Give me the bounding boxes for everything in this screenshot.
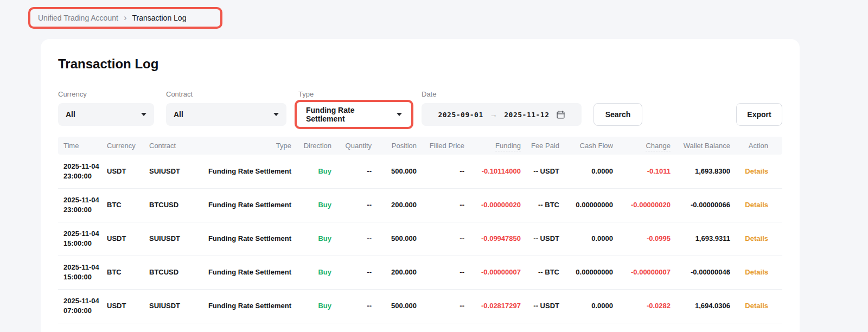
type-select-value: Funding Rate Settlement [306, 106, 391, 123]
cell-cash_flow: 0.0000 [559, 289, 613, 323]
table-row: 2025-11-0423:00:00USDTSUIUSDTFunding Rat… [58, 155, 782, 188]
col-header-wallet_balance: Wallet Balance [671, 137, 730, 155]
cell-fee_paid: -- USDT [521, 222, 559, 256]
cell-direction: Buy [291, 155, 331, 188]
cell-cash_flow: 0.0000 [559, 155, 613, 188]
col-header-quantity: Quantity [331, 137, 372, 155]
col-header-action: Action [730, 137, 782, 155]
cell-position: 500.000 [372, 155, 417, 188]
transaction-log-card: Transaction Log Currency All Contract Al… [41, 39, 800, 332]
cell-filled_price: -- [417, 256, 464, 289]
cell-contract: SUIUSDT [149, 289, 203, 323]
filter-bar: Currency All Contract All Type Funding R… [58, 90, 782, 126]
currency-filter-label: Currency [58, 90, 154, 99]
cell-action: Details [730, 289, 782, 323]
cell-currency: USDT [107, 155, 149, 188]
cell-funding: -0.09947850 [464, 222, 521, 256]
cell-currency: USDT [107, 222, 149, 256]
cell-quantity: -- [331, 289, 372, 323]
cell-currency: BTC [107, 256, 149, 289]
cell-filled_price: -- [417, 289, 464, 323]
cell-position: 500.000 [372, 289, 417, 323]
cell-contract: SUIUSDT [149, 155, 203, 188]
cell-fee_paid: -- BTC [521, 188, 559, 222]
cell-wallet_balance: 1,694.0306 [671, 289, 730, 323]
cell-contract: BTCUSD [149, 256, 203, 289]
cell-change: -0.00000020 [613, 188, 671, 222]
date-range-arrow-icon: → [490, 110, 498, 119]
col-header-currency: Currency [107, 137, 149, 155]
cell-wallet_balance: 1,693.8300 [671, 155, 730, 188]
cell-change: -0.0282 [613, 289, 671, 323]
contract-filter-group: Contract All [166, 90, 286, 126]
cell-action: Details [730, 222, 782, 256]
breadcrumb: Unified Trading Account › Transaction Lo… [38, 14, 186, 22]
breadcrumb-separator-icon: › [124, 14, 127, 22]
details-link[interactable]: Details [745, 268, 768, 276]
currency-select[interactable]: All [58, 103, 154, 126]
cell-action: Details [730, 256, 782, 289]
table-row: 2025-11-0407:00:00USDTSUIUSDTFunding Rat… [58, 289, 782, 323]
cell-filled_price: -- [417, 222, 464, 256]
cell-fee_paid: -- USDT [521, 289, 559, 323]
date-end-value: 2025-11-12 [504, 111, 549, 119]
cell-filled_price: -- [417, 188, 464, 222]
cell-direction: Buy [291, 256, 331, 289]
cell-contract: BTCUSD [149, 188, 203, 222]
details-link[interactable]: Details [745, 234, 768, 242]
cell-change: -0.0995 [613, 222, 671, 256]
col-header-fee_paid: Fee Paid [521, 137, 559, 155]
table-body: 2025-11-0423:00:00USDTSUIUSDTFunding Rat… [58, 155, 782, 323]
export-button[interactable]: Export [736, 103, 782, 126]
cell-funding: -0.10114000 [464, 155, 521, 188]
contract-select[interactable]: All [166, 103, 286, 126]
cell-cash_flow: 0.0000 [559, 222, 613, 256]
cell-quantity: -- [331, 222, 372, 256]
details-link[interactable]: Details [745, 302, 768, 310]
cell-currency: BTC [107, 188, 149, 222]
caret-down-icon [273, 113, 279, 116]
cell-type: Funding Rate Settlement [203, 256, 291, 289]
cell-direction: Buy [291, 289, 331, 323]
cell-wallet_balance: -0.00000046 [671, 256, 730, 289]
cell-wallet_balance: -0.00000066 [671, 188, 730, 222]
cell-funding: -0.00000020 [464, 188, 521, 222]
date-start-value: 2025-09-01 [438, 111, 483, 119]
date-filter-label: Date [422, 90, 582, 99]
cell-funding: -0.00000007 [464, 256, 521, 289]
col-header-filled_price: Filled Price [417, 137, 464, 155]
date-range-picker[interactable]: 2025-09-01 → 2025-11-12 [422, 103, 582, 126]
table-row: 2025-11-0423:00:00BTCBTCUSDFunding Rate … [58, 188, 782, 222]
cell-cash_flow: 0.00000000 [559, 188, 613, 222]
cell-time: 2025-11-0415:00:00 [58, 222, 107, 256]
cell-time: 2025-11-0415:00:00 [58, 256, 107, 289]
breadcrumb-parent[interactable]: Unified Trading Account [38, 14, 118, 22]
details-link[interactable]: Details [745, 201, 768, 209]
cell-action: Details [730, 155, 782, 188]
currency-filter-group: Currency All [58, 90, 154, 126]
cell-fee_paid: -- USDT [521, 155, 559, 188]
cell-type: Funding Rate Settlement [203, 188, 291, 222]
cell-time: 2025-11-0423:00:00 [58, 155, 107, 188]
breadcrumb-current: Transaction Log [132, 14, 187, 22]
cell-cash_flow: 0.00000000 [559, 256, 613, 289]
cell-filled_price: -- [417, 155, 464, 188]
contract-filter-label: Contract [166, 90, 286, 99]
cell-quantity: -- [331, 155, 372, 188]
cell-quantity: -- [331, 256, 372, 289]
col-header-change[interactable]: Change [613, 137, 671, 155]
caret-down-icon [397, 113, 402, 116]
col-header-time: Time [58, 137, 107, 155]
cell-type: Funding Rate Settlement [203, 289, 291, 323]
type-select[interactable]: Funding Rate Settlement [298, 103, 410, 126]
cell-change: -0.1011 [613, 155, 671, 188]
cell-time: 2025-11-0407:00:00 [58, 289, 107, 323]
cell-type: Funding Rate Settlement [203, 222, 291, 256]
type-filter-label: Type [298, 90, 410, 99]
col-header-direction: Direction [291, 137, 331, 155]
cell-type: Funding Rate Settlement [203, 155, 291, 188]
col-header-funding[interactable]: Funding [464, 137, 521, 155]
search-button[interactable]: Search [593, 103, 642, 126]
details-link[interactable]: Details [745, 167, 768, 175]
table-row: 2025-11-0415:00:00USDTSUIUSDTFunding Rat… [58, 222, 782, 256]
